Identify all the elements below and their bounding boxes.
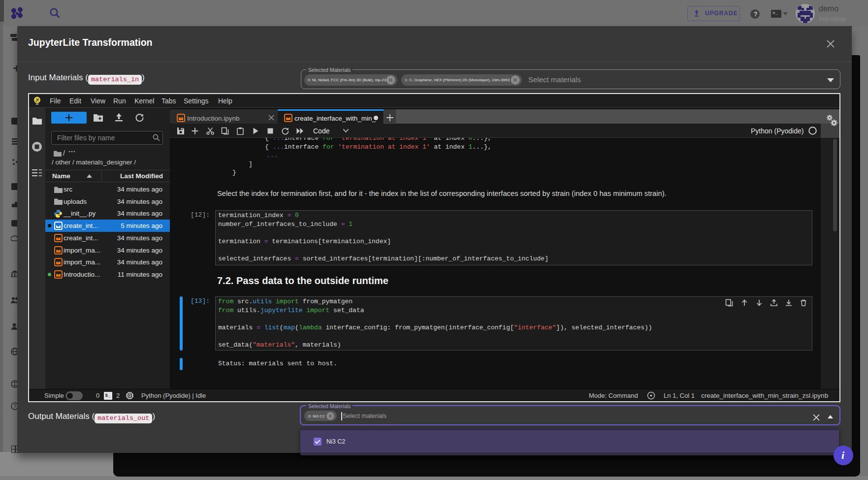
svg-text:?: ? (13, 403, 16, 409)
